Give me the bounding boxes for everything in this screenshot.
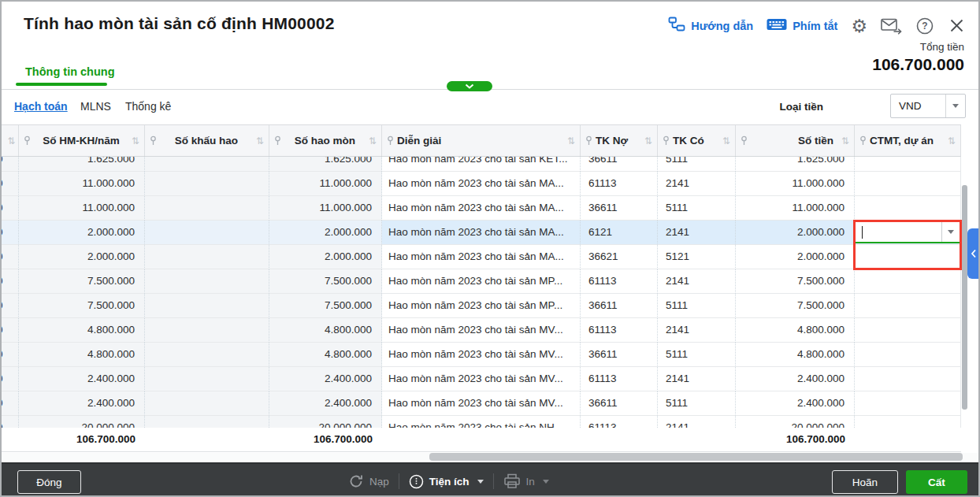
cell-tk-no: 61113 [581, 416, 658, 428]
cell-dien-giai: Hao mòn năm 2023 cho tài sản MP... [382, 269, 581, 294]
help-icon[interactable]: ? [915, 17, 934, 35]
cell-so-hm-kh-nam: 2.000.000 [19, 245, 145, 269]
tab-thong-tin-chung[interactable]: Thông tin chung [25, 65, 115, 78]
table-row[interactable]: 0 1.625.000 1.625.000 Hao mòn năm 2023 c… [2, 157, 961, 172]
cell-so-khau-hao [145, 416, 269, 428]
cell-clipped: 0 [2, 416, 19, 428]
table-row[interactable]: 0 2.000.000 2.000.000 Hao mòn năm 2023 c… [2, 245, 961, 269]
cell-ctmt-du-an [855, 318, 961, 343]
table-row[interactable]: 0 7.500.000 7.500.000 Hao mòn năm 2023 c… [2, 269, 961, 294]
cell-tk-co: 2141 [658, 269, 736, 294]
cell-tk-no: 61113 [581, 318, 658, 343]
side-panel-toggle[interactable] [967, 228, 980, 279]
table-row[interactable]: 0 4.800.000 4.800.000 Hao mòn năm 2023 c… [2, 318, 961, 343]
currency-label: Loại tiền [779, 101, 823, 113]
postpone-button[interactable]: Hoãn [832, 470, 898, 494]
cell-dien-giai: Hao mòn năm 2023 cho tài sản MA... [382, 172, 581, 196]
horizontal-scrollbar-thumb[interactable] [429, 453, 963, 461]
cell-so-hm-kh-nam: 2.000.000 [19, 221, 145, 245]
cell-ctmt-du-an [855, 196, 961, 221]
subtab-hach-toan[interactable]: Hạch toán [14, 100, 68, 113]
close-button[interactable]: Đóng [17, 470, 81, 494]
chevron-down-icon [465, 83, 474, 89]
table-row[interactable]: 0 20.000.000 20.000.000 Hao mòn năm 2023… [2, 416, 961, 428]
cell-so-tien: 11.000.000 [736, 196, 855, 221]
horizontal-scrollbar[interactable] [2, 453, 978, 461]
mail-icon[interactable] [881, 17, 902, 35]
cell-tk-co: 2141 [658, 318, 736, 343]
cell-so-khau-hao [145, 221, 269, 245]
cell-clipped: 0 [2, 221, 19, 245]
cell-tk-no: 36621 [581, 245, 658, 269]
refresh-icon [348, 473, 364, 489]
cell-ctmt-du-an [855, 245, 961, 269]
sort-icon: ⇅ [132, 135, 139, 147]
cell-so-hm-kh-nam: 7.500.000 [19, 294, 145, 318]
cell-so-khau-hao [145, 157, 269, 172]
guide-link[interactable]: Hướng dẫn [668, 16, 753, 35]
pin-icon [859, 135, 867, 146]
info-icon [409, 474, 424, 489]
cell-clipped: 0 [2, 172, 19, 196]
table-row[interactable]: 0 11.000.000 11.000.000 Hao mòn năm 2023… [2, 172, 961, 196]
cell-ctmt-du-an [855, 416, 961, 428]
total-so-hao-mon: 106.700.000 [269, 428, 382, 451]
column-header-so-tien[interactable]: Số tiền ⇅ [736, 125, 855, 156]
print-button[interactable]: In [503, 473, 549, 489]
currency-value: VND [891, 100, 945, 112]
cell-dien-giai: Hao mòn năm 2023 cho tài sản MA... [382, 245, 581, 269]
cell-dien-giai: Hao mòn năm 2023 cho tài sản MA... [382, 221, 581, 245]
settings-icon[interactable]: ⚙ [851, 17, 867, 35]
table-row[interactable]: 0 2.000.000 2.000.000 Hao mòn năm 2023 c… [2, 221, 961, 245]
subtab-mlns[interactable]: MLNS [80, 100, 111, 113]
subtab-thong-ke[interactable]: Thống kê [125, 100, 171, 113]
shortcut-label: Phím tắt [793, 20, 837, 32]
cell-so-khau-hao [145, 318, 269, 343]
cell-tk-co: 5111 [658, 343, 736, 367]
cell-dien-giai: Hao mòn năm 2023 cho tài sản MV... [382, 367, 581, 391]
cell-clipped: 0 [2, 269, 19, 294]
collapse-header-button[interactable] [447, 81, 492, 91]
active-tab-underline [16, 83, 107, 86]
column-header-ctmt-du-an[interactable]: CTMT, dự án ⇅ [855, 125, 961, 156]
cell-tk-no: 61113 [581, 172, 658, 196]
column-header-so-hm-kh-nam[interactable]: Số HM-KH/năm ⇅ [19, 125, 145, 156]
column-header-clipped[interactable]: ⇅ [2, 125, 19, 156]
table-row[interactable]: 0 4.800.000 4.800.000 Hao mòn năm 2023 c… [2, 343, 961, 367]
cell-so-tien: 4.800.000 [736, 318, 855, 343]
table-row[interactable]: 0 11.000.000 11.000.000 Hao mòn năm 2023… [2, 196, 961, 221]
guide-icon [668, 16, 685, 35]
footer-tools: Nạp Tiện ích In [348, 464, 549, 497]
divider [493, 473, 494, 489]
vertical-scrollbar-thumb[interactable] [962, 185, 967, 410]
total-amount-box: Tổng tiền 106.700.000 [872, 41, 964, 74]
column-header-so-khau-hao[interactable]: Số khấu hao ⇅ [145, 125, 269, 156]
table-row[interactable]: 0 2.400.000 2.400.000 Hao mòn năm 2023 c… [2, 367, 961, 391]
cell-tk-co: 2141 [658, 367, 736, 391]
pin-icon [150, 135, 157, 146]
cell-so-hm-kh-nam: 7.500.000 [19, 269, 145, 294]
column-header-dien-giai[interactable]: Diễn giải ⇅ [382, 125, 581, 156]
chevron-down-icon[interactable] [941, 222, 960, 242]
currency-select[interactable]: VND [890, 94, 966, 118]
close-icon[interactable] [948, 17, 966, 35]
shortcut-link[interactable]: Phím tắt [767, 17, 837, 35]
column-header-so-hao-mon[interactable]: Số hao mòn ⇅ [269, 125, 382, 156]
cell-so-tien: 4.800.000 [736, 343, 855, 367]
ctmt-editor-cell[interactable] [856, 222, 960, 243]
table-row[interactable]: 0 7.500.000 7.500.000 Hao mòn năm 2023 c… [2, 294, 961, 318]
total-amount-label: Tổng tiền [872, 41, 964, 53]
column-header-tk-co[interactable]: TK Có ⇅ [658, 125, 736, 156]
chevron-left-icon [971, 249, 977, 258]
utilities-button[interactable]: Tiện ích [409, 474, 484, 489]
cell-tk-co: 5111 [658, 157, 736, 172]
cell-dien-giai: Hao mòn năm 2023 cho tài sản MV... [382, 318, 581, 343]
table-body: 0 1.625.000 1.625.000 Hao mòn năm 2023 c… [2, 157, 961, 428]
cell-clipped: 0 [2, 391, 19, 416]
table-row[interactable]: 0 2.400.000 2.400.000 Hao mòn năm 2023 c… [2, 391, 961, 416]
cell-so-hao-mon: 7.500.000 [269, 294, 382, 318]
reload-button[interactable]: Nạp [348, 473, 389, 489]
save-button[interactable]: Cất [906, 470, 967, 494]
sort-icon: ⇅ [722, 135, 730, 147]
column-header-tk-no[interactable]: TK Nợ ⇅ [581, 125, 658, 156]
